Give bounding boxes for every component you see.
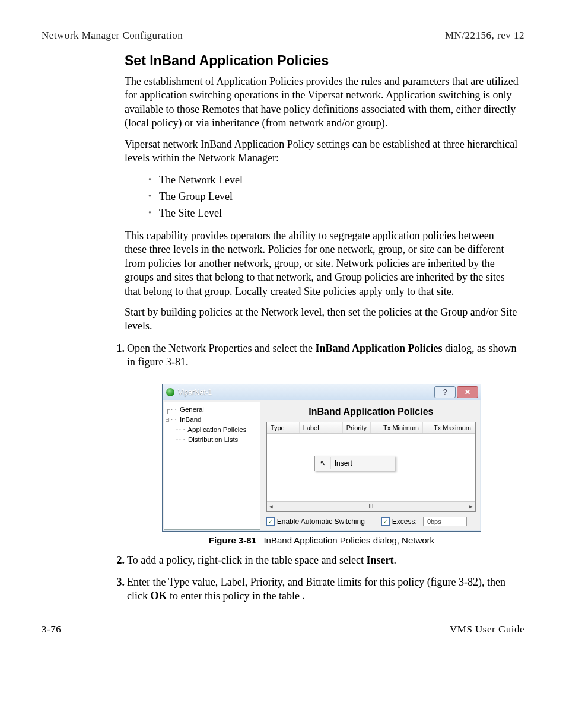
- excess-checkbox[interactable]: ✓: [381, 517, 390, 526]
- step-strong: InBand Application Policies: [315, 342, 442, 354]
- list-item: The Site Level: [148, 205, 519, 222]
- col-priority[interactable]: Priority: [343, 422, 371, 433]
- excess-value[interactable]: 0bps: [423, 517, 467, 526]
- paragraph-inheritance: This capability provides operators the a…: [125, 229, 519, 298]
- col-type[interactable]: Type: [267, 422, 300, 433]
- scroll-right-icon[interactable]: ►: [468, 503, 474, 510]
- close-button[interactable]: ✕: [457, 386, 478, 398]
- cursor-icon: ↖: [316, 457, 331, 469]
- app-icon: [166, 388, 174, 396]
- header-right: MN/22156, rev 12: [445, 30, 524, 42]
- help-icon: ?: [443, 389, 447, 396]
- header-rule: [42, 44, 524, 44]
- col-tx-maximum[interactable]: Tx Maximum: [423, 422, 475, 433]
- levels-list: The Network Level The Group Level The Si…: [148, 172, 519, 222]
- policies-table[interactable]: Type Label Priority Tx Minimum Tx Maximu…: [266, 422, 476, 512]
- page-number: 3-76: [42, 624, 61, 635]
- nav-tree[interactable]: ┌·· General ⊟·· InBand ├·· Application P…: [164, 402, 260, 530]
- header-left: Network Manager Configuration: [42, 30, 183, 42]
- section-heading: Set InBand Application Policies: [125, 53, 519, 69]
- titlebar[interactable]: ViperNet-1 ? ✕: [163, 384, 481, 400]
- step-text: Open the Network Properties and select t…: [127, 342, 315, 354]
- list-item: The Group Level: [148, 189, 519, 205]
- scroll-left-icon[interactable]: ◄: [268, 503, 274, 510]
- col-label[interactable]: Label: [300, 422, 343, 433]
- window-title: ViperNet-1: [178, 388, 212, 396]
- col-tx-minimum[interactable]: Tx Minimum: [371, 422, 423, 433]
- help-button[interactable]: ?: [434, 386, 456, 398]
- step-2: 2. To add a policy, right-click in the t…: [108, 554, 519, 567]
- dialog-window: ViperNet-1 ? ✕ ┌·· General ⊟·· InBand ├·…: [162, 384, 481, 532]
- tree-node-general[interactable]: ┌·· General: [166, 405, 259, 415]
- context-menu[interactable]: ↖ Insert: [314, 456, 395, 471]
- list-item: The Network Level: [148, 172, 519, 189]
- panel-title: InBand Application Policies: [266, 406, 476, 417]
- step-strong: Insert: [366, 554, 393, 566]
- horizontal-scrollbar[interactable]: ◄ III ►: [267, 501, 475, 511]
- step-text: .: [393, 554, 396, 566]
- step-1: 1. Open the Network Properties and selec…: [108, 342, 519, 370]
- enable-auto-switching-checkbox[interactable]: ✓: [266, 517, 275, 526]
- close-icon: ✕: [465, 389, 470, 396]
- step-3: 3. Enter the Type value, Label, Priority…: [108, 576, 519, 603]
- footer-guide-title: VMS User Guide: [450, 624, 524, 635]
- excess-label: Excess:: [392, 517, 417, 526]
- figure-caption: Figure 3-81 InBand Application Policies …: [209, 535, 434, 545]
- step-number: 3.: [108, 576, 125, 589]
- tree-node-application-policies[interactable]: ├·· Application Policies: [166, 425, 259, 435]
- step-number: 2.: [108, 554, 125, 567]
- step-number: 1.: [108, 342, 125, 355]
- paragraph-intro: The establishment of Application Policie…: [125, 75, 519, 131]
- figure-3-81: ViperNet-1 ? ✕ ┌·· General ⊟·· InBand ├·…: [125, 384, 519, 545]
- tree-node-distribution-lists[interactable]: └·· Distribution Lists: [166, 435, 259, 445]
- paragraph-start: Start by building policies at the Networ…: [125, 306, 519, 333]
- context-menu-item-insert[interactable]: Insert: [335, 459, 352, 468]
- step-strong: OK: [150, 590, 167, 602]
- enable-auto-switching-label: Enable Automatic Switching: [277, 517, 365, 526]
- step-text: To add a policy, right-click in the tabl…: [127, 554, 366, 566]
- table-header-row: Type Label Priority Tx Minimum Tx Maximu…: [267, 422, 475, 434]
- paragraph-levels-lead: Vipersat network InBand Application Poli…: [125, 138, 519, 166]
- step-text: to enter this policy in the table .: [167, 590, 305, 602]
- scroll-thumb[interactable]: III: [368, 503, 373, 510]
- tree-node-inband[interactable]: ⊟·· InBand: [166, 415, 259, 425]
- figure-caption-text: InBand Application Policies dialog, Netw…: [263, 535, 434, 545]
- figure-label: Figure 3-81: [209, 535, 256, 545]
